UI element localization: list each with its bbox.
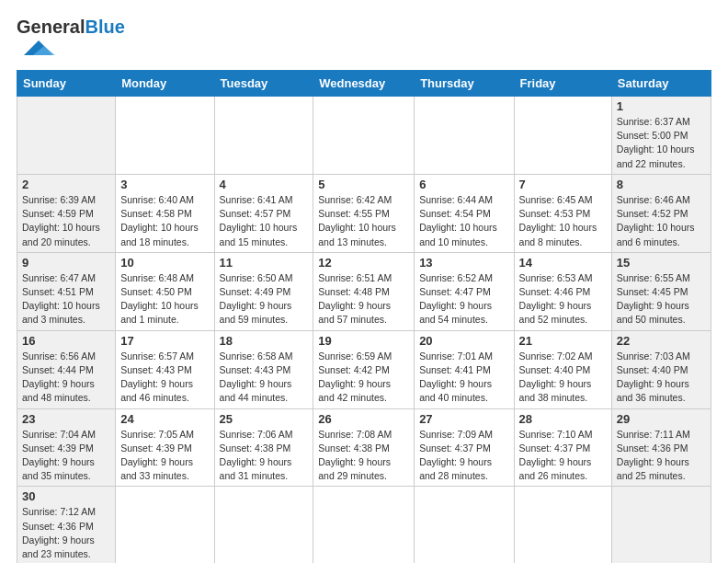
day-number: 4 [220, 178, 309, 191]
calendar-table: SundayMondayTuesdayWednesdayThursdayFrid… [17, 70, 711, 563]
day-number: 23 [22, 412, 110, 426]
calendar-cell: 11Sunrise: 6:50 AM Sunset: 4:49 PM Dayli… [214, 252, 313, 330]
day-info: Sunrise: 6:39 AM Sunset: 4:59 PM Dayligh… [22, 193, 110, 249]
day-info: Sunrise: 6:40 AM Sunset: 4:58 PM Dayligh… [120, 193, 209, 249]
logo-blue: Blue [85, 17, 124, 37]
day-info: Sunrise: 6:46 AM Sunset: 4:52 PM Dayligh… [617, 193, 706, 249]
day-number: 28 [519, 412, 607, 426]
day-number: 2 [22, 178, 110, 191]
weekday-header-monday: Monday [116, 71, 214, 97]
day-number: 21 [519, 334, 607, 348]
calendar-cell [313, 487, 415, 563]
day-info: Sunrise: 6:48 AM Sunset: 4:50 PM Dayligh… [120, 271, 209, 327]
calendar-cell: 14Sunrise: 6:53 AM Sunset: 4:46 PM Dayli… [514, 252, 611, 330]
day-number: 7 [519, 178, 607, 191]
day-info: Sunrise: 6:55 AM Sunset: 4:45 PM Dayligh… [617, 271, 706, 327]
weekday-header-wednesday: Wednesday [313, 71, 415, 97]
calendar-cell: 29Sunrise: 7:11 AM Sunset: 4:36 PM Dayli… [611, 408, 711, 487]
day-info: Sunrise: 7:02 AM Sunset: 4:40 PM Dayligh… [519, 350, 607, 406]
day-number: 13 [419, 256, 508, 270]
calendar-cell: 15Sunrise: 6:55 AM Sunset: 4:45 PM Dayli… [611, 252, 711, 330]
day-number: 20 [419, 334, 508, 348]
calendar-cell: 3Sunrise: 6:40 AM Sunset: 4:58 PM Daylig… [116, 174, 214, 252]
logo-general: General [17, 17, 85, 37]
day-info: Sunrise: 6:59 AM Sunset: 4:42 PM Dayligh… [318, 350, 409, 406]
calendar-cell: 30Sunrise: 7:12 AM Sunset: 4:36 PM Dayli… [17, 487, 116, 563]
day-number: 6 [419, 178, 508, 191]
day-info: Sunrise: 6:51 AM Sunset: 4:48 PM Dayligh… [318, 271, 409, 327]
calendar-cell: 8Sunrise: 6:46 AM Sunset: 4:52 PM Daylig… [611, 174, 711, 252]
calendar-week-6: 30Sunrise: 7:12 AM Sunset: 4:36 PM Dayli… [17, 487, 711, 563]
day-number: 8 [617, 178, 706, 191]
calendar-cell: 12Sunrise: 6:51 AM Sunset: 4:48 PM Dayli… [313, 252, 415, 330]
calendar-cell [214, 97, 313, 175]
day-number: 15 [617, 256, 706, 270]
day-number: 5 [318, 178, 409, 191]
day-number: 14 [519, 256, 607, 270]
header: GeneralBlue [17, 17, 711, 61]
day-number: 9 [22, 256, 110, 270]
calendar-cell [514, 487, 611, 563]
calendar-cell: 6Sunrise: 6:44 AM Sunset: 4:54 PM Daylig… [415, 174, 514, 252]
day-number: 12 [318, 256, 409, 270]
day-number: 25 [220, 412, 309, 426]
day-info: Sunrise: 6:37 AM Sunset: 5:00 PM Dayligh… [617, 115, 706, 171]
day-number: 11 [220, 256, 309, 270]
calendar-cell: 2Sunrise: 6:39 AM Sunset: 4:59 PM Daylig… [17, 174, 116, 252]
day-info: Sunrise: 6:56 AM Sunset: 4:44 PM Dayligh… [22, 350, 110, 406]
day-info: Sunrise: 6:58 AM Sunset: 4:43 PM Dayligh… [220, 350, 309, 406]
calendar-cell: 4Sunrise: 6:41 AM Sunset: 4:57 PM Daylig… [214, 174, 313, 252]
day-info: Sunrise: 7:12 AM Sunset: 4:36 PM Dayligh… [22, 505, 110, 561]
calendar-cell [313, 97, 415, 175]
day-info: Sunrise: 6:50 AM Sunset: 4:49 PM Dayligh… [220, 271, 309, 327]
day-info: Sunrise: 7:06 AM Sunset: 4:38 PM Dayligh… [220, 428, 309, 484]
calendar-week-5: 23Sunrise: 7:04 AM Sunset: 4:39 PM Dayli… [17, 408, 711, 487]
day-info: Sunrise: 6:47 AM Sunset: 4:51 PM Dayligh… [22, 271, 110, 327]
calendar-cell [214, 487, 313, 563]
logo-icon [17, 39, 61, 57]
weekday-header-tuesday: Tuesday [214, 71, 313, 97]
day-number: 19 [318, 334, 409, 348]
day-info: Sunrise: 6:42 AM Sunset: 4:55 PM Dayligh… [318, 193, 409, 249]
day-info: Sunrise: 6:53 AM Sunset: 4:46 PM Dayligh… [519, 271, 607, 327]
weekday-header-friday: Friday [514, 71, 611, 97]
calendar-cell: 1Sunrise: 6:37 AM Sunset: 5:00 PM Daylig… [611, 97, 711, 175]
day-number: 24 [120, 412, 209, 426]
calendar-cell: 25Sunrise: 7:06 AM Sunset: 4:38 PM Dayli… [214, 408, 313, 487]
day-info: Sunrise: 7:03 AM Sunset: 4:40 PM Dayligh… [617, 350, 706, 406]
day-number: 17 [120, 334, 209, 348]
calendar-cell [17, 97, 116, 175]
day-info: Sunrise: 7:04 AM Sunset: 4:39 PM Dayligh… [22, 428, 110, 484]
weekday-header-saturday: Saturday [611, 71, 711, 97]
calendar-week-1: 1Sunrise: 6:37 AM Sunset: 5:00 PM Daylig… [17, 97, 711, 175]
calendar-cell: 5Sunrise: 6:42 AM Sunset: 4:55 PM Daylig… [313, 174, 415, 252]
calendar-cell [415, 97, 514, 175]
calendar-cell: 16Sunrise: 6:56 AM Sunset: 4:44 PM Dayli… [17, 330, 116, 408]
calendar-cell: 20Sunrise: 7:01 AM Sunset: 4:41 PM Dayli… [415, 330, 514, 408]
calendar-cell: 18Sunrise: 6:58 AM Sunset: 4:43 PM Dayli… [214, 330, 313, 408]
day-info: Sunrise: 6:57 AM Sunset: 4:43 PM Dayligh… [120, 350, 209, 406]
day-number: 27 [419, 412, 508, 426]
day-number: 10 [120, 256, 209, 270]
calendar-cell: 10Sunrise: 6:48 AM Sunset: 4:50 PM Dayli… [116, 252, 214, 330]
calendar-cell: 24Sunrise: 7:05 AM Sunset: 4:39 PM Dayli… [116, 408, 214, 487]
calendar-cell [116, 97, 214, 175]
calendar-cell: 27Sunrise: 7:09 AM Sunset: 4:37 PM Dayli… [415, 408, 514, 487]
day-number: 30 [22, 489, 110, 503]
day-info: Sunrise: 7:05 AM Sunset: 4:39 PM Dayligh… [120, 428, 209, 484]
day-number: 26 [318, 412, 409, 426]
page: GeneralBlue SundayMondayTuesdayWednesday… [0, 0, 728, 563]
calendar-cell: 7Sunrise: 6:45 AM Sunset: 4:53 PM Daylig… [514, 174, 611, 252]
calendar-cell: 21Sunrise: 7:02 AM Sunset: 4:40 PM Dayli… [514, 330, 611, 408]
calendar-week-2: 2Sunrise: 6:39 AM Sunset: 4:59 PM Daylig… [17, 174, 711, 252]
day-number: 18 [220, 334, 309, 348]
calendar-cell: 13Sunrise: 6:52 AM Sunset: 4:47 PM Dayli… [415, 252, 514, 330]
day-info: Sunrise: 6:52 AM Sunset: 4:47 PM Dayligh… [419, 271, 508, 327]
calendar-cell [415, 487, 514, 563]
calendar-cell: 17Sunrise: 6:57 AM Sunset: 4:43 PM Dayli… [116, 330, 214, 408]
calendar-week-4: 16Sunrise: 6:56 AM Sunset: 4:44 PM Dayli… [17, 330, 711, 408]
calendar-cell: 26Sunrise: 7:08 AM Sunset: 4:38 PM Dayli… [313, 408, 415, 487]
calendar-cell [514, 97, 611, 175]
day-info: Sunrise: 6:41 AM Sunset: 4:57 PM Dayligh… [220, 193, 309, 249]
day-number: 22 [617, 334, 706, 348]
